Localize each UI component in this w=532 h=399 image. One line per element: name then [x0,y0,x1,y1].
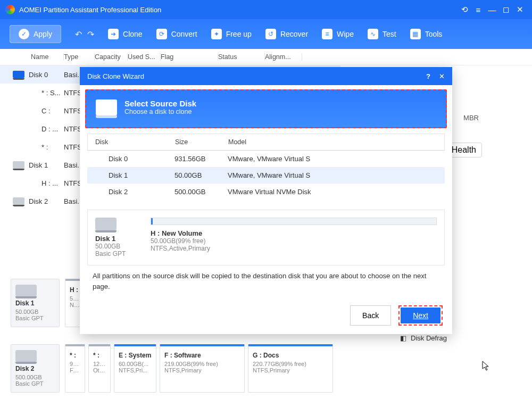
p-t: H : [70,286,80,294]
toolbar-wipe[interactable]: ≡Wipe [322,29,354,39]
undo-redo[interactable]: ↶↷ [75,29,94,39]
next-button[interactable]: Next [401,307,440,323]
wizard-step-banner: Select Source Disk Choose a disk to clon… [85,89,447,128]
tools-label: Tools [425,30,443,38]
hd-disk[interactable]: Disk [95,138,175,146]
source-disk-row[interactable]: Disk 0931.56GBVMware, VMware Virtual S [87,151,445,167]
toolbar-recover[interactable]: ↺Recover [265,29,308,39]
pv-disk: Disk 1 [95,235,140,243]
part-card[interactable]: E : System60.00GB(...NTFS,Pri... [114,344,156,393]
col-name[interactable]: Name [31,53,64,61]
apply-label: Apply [34,30,52,38]
pv-style: Basic GPT [95,250,140,257]
p-s1: 50.00GB(... [70,295,80,302]
disk-icon [96,99,117,115]
disk-icon [15,350,37,362]
modal-header: Disk Clone Wizard ? ✕ [80,67,452,85]
pv-pinfo: 50.00GB(99% free) [151,237,437,245]
disk1-size: 50.00GB [15,309,55,315]
minimize-icon[interactable]: — [485,5,499,14]
disk2-name: Disk 2 [15,365,55,372]
modal-table-header: Disk Size Model [87,134,445,151]
partition-bar[interactable] [151,218,437,225]
toolbar-clone[interactable]: ➜Clone [108,29,143,39]
disk2-card[interactable]: Disk 2 500.00GB Basic GPT [11,344,60,393]
mbr-badge: MBR [463,114,479,122]
wizard-note: All partitions on the source disk will b… [93,271,439,292]
refresh-icon[interactable]: ⟲ [458,5,471,14]
disk1-card-row: Disk 1 50.00GB Basic GPT H : 50.00GB(...… [11,279,85,327]
toolbar-convert[interactable]: ⟳Convert [156,29,197,39]
p-s2: NTF... [70,302,80,308]
disk2-size: 500.00GB [15,374,55,380]
toolbar-freeup[interactable]: ✦Free up [211,29,252,39]
step-title: Select Source Disk [124,99,196,108]
modal-close-icon[interactable]: ✕ [439,72,445,80]
disk2-style: Basic GPT [15,380,55,387]
modal-title: Disk Clone Wizard [87,72,144,80]
clone-label: Clone [123,30,143,38]
defrag-icon: ◧ [400,334,406,342]
disk1-card[interactable]: Disk 1 50.00GB Basic GPT [11,279,60,327]
app-title: AOMEI Partition Assistant Professional E… [19,6,161,14]
part-card[interactable]: * :99...FAT... [65,344,85,393]
part-card[interactable]: * :128....Oth... [88,344,111,393]
part-card[interactable]: G : Docs220.77GB(99% free)NTFS,Primary [248,344,333,393]
pv-size: 50.00GB [95,243,140,250]
modal-footer: Back Next [80,300,452,334]
menu-icon[interactable]: ≡ [471,5,485,14]
disk2-card-row: Disk 2 500.00GB Basic GPT * :99...FAT...… [11,344,333,393]
test-label: Test [383,30,396,38]
col-align[interactable]: Alignm... [265,53,302,61]
freeup-label: Free up [226,30,252,38]
clone-wizard-modal: Disk Clone Wizard ? ✕ Select Source Disk… [80,67,452,334]
titlebar: AOMEI Partition Assistant Professional E… [0,0,532,19]
convert-label: Convert [171,30,197,38]
disk-defrag-link[interactable]: ◧ Disk Defrag [400,334,447,342]
step-sub: Choose a disk to clone [124,108,196,115]
disk1-name: Disk 1 [15,300,55,307]
part-card[interactable]: F : Software219.00GB(99% free)NTFS,Prima… [160,344,245,393]
disk-preview: Disk 1 50.00GB Basic GPT H : New Volume … [87,210,445,265]
hd-model[interactable]: Model [228,138,437,146]
hd-size[interactable]: Size [175,138,228,146]
disk-icon [15,285,37,296]
app-logo [5,5,15,14]
pv-part: H : New Volume [151,229,437,237]
disk1-style: Basic GPT [15,315,55,321]
recover-label: Recover [280,30,308,38]
col-status[interactable]: Status [218,53,265,61]
source-disk-row[interactable]: Disk 150.00GBVMware, VMware Virtual S [87,167,445,184]
toolbar: ✓ Apply ↶↷ ➜Clone ⟳Convert ✦Free up ↺Rec… [0,19,532,49]
col-capacity[interactable]: Capacity [95,53,128,61]
back-button[interactable]: Back [350,305,391,326]
col-used[interactable]: Used S... [128,53,161,61]
toolbar-test[interactable]: ∿Test [368,29,396,39]
pv-ptype: NTFS,Active,Primary [151,245,437,252]
apply-button[interactable]: ✓ Apply [10,25,61,43]
toolbar-tools[interactable]: ▦Tools [410,29,443,39]
maximize-icon[interactable]: ◻ [499,5,513,14]
col-flag[interactable]: Flag [161,53,218,61]
next-highlight: Next [398,305,443,326]
check-icon: ✓ [19,29,29,39]
defrag-label: Disk Defrag [411,334,447,342]
help-icon[interactable]: ? [426,72,430,80]
col-type[interactable]: Type [64,53,95,61]
close-icon[interactable]: ✕ [513,5,527,14]
source-disk-row[interactable]: Disk 2500.00GBVMware Virtual NVMe Disk [87,184,445,200]
column-headers: Name Type Capacity Used S... Flag Status… [0,49,532,65]
disk-icon [95,218,117,230]
wipe-label: Wipe [337,30,354,38]
